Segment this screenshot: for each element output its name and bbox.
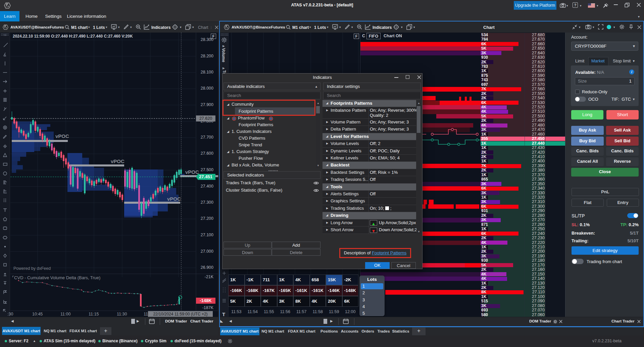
svg-text:vPOC: vPOC — [111, 158, 125, 164]
svg-text:vPOC: vPOC — [167, 196, 181, 202]
svg-text:vPOC: vPOC — [55, 133, 69, 139]
svg-text:vPOC: vPOC — [185, 169, 199, 175]
